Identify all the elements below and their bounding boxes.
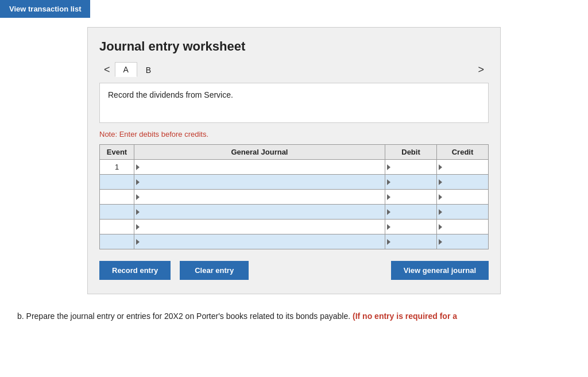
- tab-arrow-right[interactable]: >: [473, 63, 489, 77]
- cell-indicator-icon: [136, 224, 140, 230]
- journal-cell[interactable]: [134, 234, 385, 249]
- credit-input[interactable]: [444, 190, 488, 204]
- journal-input[interactable]: [141, 175, 385, 189]
- journal-input[interactable]: [141, 160, 385, 174]
- credit-input[interactable]: [444, 160, 488, 174]
- journal-input[interactable]: [141, 205, 385, 219]
- journal-cell[interactable]: [134, 160, 385, 175]
- cell-indicator-icon: [387, 239, 390, 245]
- worksheet-card: Journal entry worksheet < A B > Record t…: [87, 27, 501, 294]
- event-cell: [100, 205, 134, 220]
- debit-input[interactable]: [392, 160, 436, 174]
- tab-arrow-left[interactable]: <: [99, 63, 115, 77]
- view-general-journal-button[interactable]: View general journal: [391, 261, 489, 280]
- table-header-row: Event General Journal Debit Credit: [100, 145, 489, 160]
- debit-cell[interactable]: [385, 234, 437, 249]
- credit-input[interactable]: [444, 234, 488, 249]
- cell-indicator-icon: [387, 179, 390, 185]
- table-row: [100, 220, 489, 234]
- journal-cell[interactable]: [134, 220, 385, 234]
- debit-input[interactable]: [392, 220, 436, 234]
- tab-b[interactable]: B: [137, 63, 160, 77]
- debit-cell[interactable]: [385, 220, 437, 234]
- cell-indicator-icon: [136, 209, 140, 215]
- col-debit: Debit: [385, 145, 437, 160]
- journal-cell[interactable]: [134, 205, 385, 220]
- debit-input[interactable]: [392, 190, 436, 204]
- bottom-highlight: (If no entry is required for a: [353, 311, 457, 321]
- cell-indicator-icon: [387, 164, 390, 170]
- tab-navigation: < A B >: [99, 62, 489, 77]
- table-row: 1: [100, 160, 489, 175]
- journal-input[interactable]: [141, 220, 385, 234]
- table-row: [100, 205, 489, 220]
- cell-indicator-icon: [439, 239, 442, 245]
- cell-indicator-icon: [387, 224, 390, 230]
- description-box: Record the dividends from Service.: [99, 83, 489, 123]
- journal-cell[interactable]: [134, 190, 385, 205]
- col-credit: Credit: [437, 145, 489, 160]
- event-cell: [100, 220, 134, 234]
- credit-input[interactable]: [444, 205, 488, 219]
- bottom-prefix: b. Prepare the journal entry or entries …: [17, 311, 353, 321]
- cell-indicator-icon: [387, 194, 390, 200]
- credit-cell[interactable]: [437, 220, 489, 234]
- debit-cell[interactable]: [385, 205, 437, 220]
- bottom-text: b. Prepare the journal entry or entries …: [11, 311, 577, 321]
- description-text: Record the dividends from Service.: [108, 90, 233, 99]
- col-general-journal: General Journal: [134, 145, 385, 160]
- debit-cell[interactable]: [385, 190, 437, 205]
- journal-input[interactable]: [141, 190, 385, 204]
- main-content: Journal entry worksheet < A B > Record t…: [0, 18, 588, 330]
- debit-input[interactable]: [392, 205, 436, 219]
- table-row: [100, 175, 489, 190]
- event-cell: [100, 175, 134, 190]
- worksheet-title: Journal entry worksheet: [99, 39, 489, 54]
- event-cell: [100, 190, 134, 205]
- cell-indicator-icon: [136, 164, 140, 170]
- cell-indicator-icon: [136, 194, 140, 200]
- credit-input[interactable]: [444, 175, 488, 189]
- debit-input[interactable]: [392, 175, 436, 189]
- cell-indicator-icon: [136, 239, 140, 245]
- col-event: Event: [100, 145, 134, 160]
- credit-cell[interactable]: [437, 234, 489, 249]
- cell-indicator-icon: [439, 224, 442, 230]
- credit-cell[interactable]: [437, 190, 489, 205]
- cell-indicator-icon: [439, 209, 442, 215]
- cell-indicator-icon: [439, 179, 442, 185]
- cell-indicator-icon: [439, 164, 442, 170]
- action-buttons-row: Record entry Clear entry View general jo…: [99, 261, 489, 280]
- table-row: [100, 190, 489, 205]
- debit-input[interactable]: [392, 234, 436, 249]
- credit-cell[interactable]: [437, 160, 489, 175]
- cell-indicator-icon: [136, 179, 140, 185]
- credit-input[interactable]: [444, 220, 488, 234]
- credit-cell[interactable]: [437, 205, 489, 220]
- cell-indicator-icon: [439, 194, 442, 200]
- journal-cell[interactable]: [134, 175, 385, 190]
- clear-entry-button[interactable]: Clear entry: [180, 261, 249, 280]
- note-text: Note: Enter debits before credits.: [99, 130, 489, 139]
- credit-cell[interactable]: [437, 175, 489, 190]
- debit-cell[interactable]: [385, 160, 437, 175]
- journal-input[interactable]: [141, 234, 385, 249]
- debit-cell[interactable]: [385, 175, 437, 190]
- view-transaction-list-button[interactable]: View transaction list: [6, 2, 84, 16]
- event-cell: 1: [100, 160, 134, 175]
- event-cell: [100, 234, 134, 249]
- cell-indicator-icon: [387, 209, 390, 215]
- tab-a[interactable]: A: [115, 62, 137, 77]
- table-row: [100, 234, 489, 249]
- journal-table: Event General Journal Debit Credit 1: [99, 144, 489, 249]
- top-bar: View transaction list: [0, 0, 90, 18]
- record-entry-button[interactable]: Record entry: [99, 261, 171, 280]
